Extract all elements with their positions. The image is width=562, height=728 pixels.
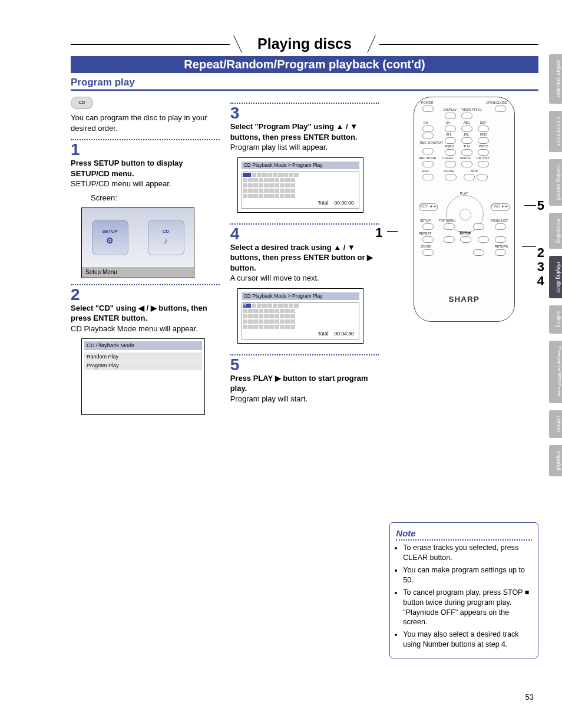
note-item: You can make program settings up to 50. bbox=[403, 565, 532, 585]
step-3-body: Program play list will appear. bbox=[230, 142, 379, 153]
step-number-4: 4 bbox=[230, 226, 379, 242]
note-box: Note To erase tracks you selected, press… bbox=[389, 522, 538, 658]
tab-playing-discs[interactable]: Playing discs bbox=[549, 256, 562, 299]
cd-playback-mode-menu: CD Playback Mode Random Play Program Pla… bbox=[81, 338, 205, 415]
step-4-instruction: Select a desired track using ▲ / ▼ butto… bbox=[230, 242, 379, 274]
tab-others[interactable]: Others bbox=[549, 410, 562, 438]
menu-item-random: Random Play bbox=[84, 353, 202, 361]
step-4-body: A cursor will move to next. bbox=[230, 273, 379, 284]
tab-connections[interactable]: Connections bbox=[549, 111, 562, 152]
note-list: To erase tracks you selected, press CLEA… bbox=[396, 543, 532, 650]
section-band: Repeat/Random/Program playback (cont'd) bbox=[71, 56, 538, 73]
program-play-screen-b: CD Playback Mode > Program Play 07 Total… bbox=[237, 288, 363, 344]
remote-control-diagram: POWER OPEN/CLOSE DISPLAY TIMER PROG. @!.… bbox=[414, 97, 515, 322]
callout-4: 4 bbox=[537, 272, 544, 290]
menu-item-program: Program Play bbox=[84, 361, 202, 370]
note-item: To erase tracks you selected, press CLEA… bbox=[403, 543, 532, 563]
side-tabs: Before you start Connections Getting sta… bbox=[549, 54, 562, 476]
step-number-3: 3 bbox=[230, 105, 379, 121]
menu-title: CD Playback Mode bbox=[84, 341, 202, 350]
step-5-body: Program play will start. bbox=[230, 394, 379, 404]
tab-espanol[interactable]: Español bbox=[549, 445, 562, 476]
step-number-1: 1 bbox=[71, 141, 220, 158]
intro-text: You can program the disc to play in your… bbox=[71, 113, 220, 133]
note-item: To cancel program play, press STOP ■ but… bbox=[403, 588, 532, 628]
note-title: Note bbox=[396, 528, 532, 539]
step-1-body: SETUP/CD menu will appear. bbox=[71, 179, 220, 189]
tab-editing[interactable]: Editing bbox=[549, 305, 562, 334]
step-2-body: CD Playback Mode menu will appear. bbox=[71, 324, 220, 334]
note-item: You may also select a desired track usin… bbox=[403, 630, 532, 650]
subsection-heading: Program play bbox=[71, 77, 538, 91]
column-3: POWER OPEN/CLOSE DISPLAY TIMER PROG. @!.… bbox=[389, 97, 538, 658]
column-2: 3 Select "Program Play" using ▲ / ▼ butt… bbox=[230, 97, 379, 658]
step-2-instruction: Select "CD" using ◀ / ▶ buttons, then pr… bbox=[71, 303, 220, 324]
step-3-instruction: Select "Program Play" using ▲ / ▼ button… bbox=[230, 121, 379, 142]
callout-1: 1 bbox=[375, 224, 382, 242]
setup-screen-preview: SETUP⚙ CD♪ bbox=[82, 208, 194, 267]
disc-type-badge: CD bbox=[71, 97, 93, 109]
page-number: 53 bbox=[525, 693, 534, 701]
step-5-instruction: Press PLAY ▶ button to start program pla… bbox=[230, 373, 379, 394]
chapter-title: Playing discs bbox=[71, 35, 538, 52]
remote-brand: SHARP bbox=[414, 294, 514, 305]
tab-before-you-start[interactable]: Before you start bbox=[549, 54, 562, 104]
callout-5: 5 bbox=[537, 197, 544, 215]
step-number-5: 5 bbox=[230, 357, 379, 373]
step-1-instruction: Press SETUP button to display SETUP/CD m… bbox=[71, 158, 220, 179]
tab-setup-menu[interactable]: Changing the SETUP menu bbox=[549, 341, 562, 403]
tab-getting-started[interactable]: Getting started bbox=[549, 159, 562, 206]
tab-recording[interactable]: Recording bbox=[549, 213, 562, 249]
screen-label: Screen: bbox=[91, 193, 220, 203]
column-1: CD You can program the disc to play in y… bbox=[71, 97, 220, 658]
step-number-2: 2 bbox=[71, 286, 220, 303]
screen-caption: Setup Menu bbox=[82, 267, 194, 278]
program-play-screen-a: CD Playback Mode > Program Play Total00:… bbox=[237, 157, 363, 213]
